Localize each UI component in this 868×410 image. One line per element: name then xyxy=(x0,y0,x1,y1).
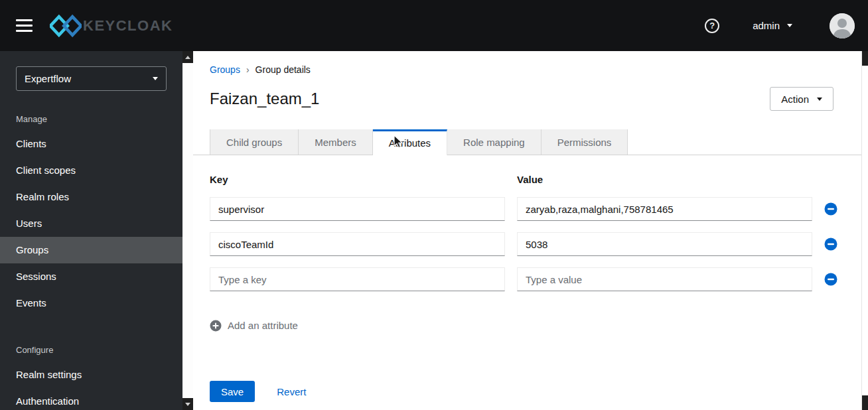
tab-bar: Child groups Members Attributes Role map… xyxy=(193,129,861,155)
nav-section-manage: Manage xyxy=(16,114,182,124)
realm-selector[interactable]: Expertflow xyxy=(16,66,167,91)
nav-list-manage: Clients Client scopes Realm roles Users … xyxy=(0,131,182,316)
attributes-panel: Key Value xyxy=(193,155,861,402)
main-content: Groups › Group details Faizan_team_1 Act… xyxy=(193,51,861,410)
avatar[interactable] xyxy=(830,13,855,38)
key-column-header: Key xyxy=(210,174,505,185)
sidebar-item-client-scopes[interactable]: Client scopes xyxy=(0,157,182,184)
chevron-down-icon xyxy=(153,77,158,80)
add-attribute-button[interactable]: Add an attribute xyxy=(210,319,861,332)
sidebar-item-realm-roles[interactable]: Realm roles xyxy=(0,184,182,210)
sidebar-item-users[interactable]: Users xyxy=(0,210,182,237)
form-actions: Save Revert xyxy=(210,381,861,402)
chevron-down-icon xyxy=(787,24,792,27)
revert-button[interactable]: Revert xyxy=(277,386,306,397)
breadcrumb-separator-icon: › xyxy=(246,64,250,75)
triangle-down-icon xyxy=(185,403,190,406)
user-avatar-icon xyxy=(830,13,855,38)
attribute-value-input[interactable] xyxy=(517,232,812,256)
header-actions: ? admin xyxy=(705,13,855,38)
sidebar-scrollbar[interactable] xyxy=(182,51,193,410)
sidebar-item-sessions[interactable]: Sessions xyxy=(0,263,182,290)
page-scrollbar[interactable] xyxy=(861,51,868,410)
add-attribute-label: Add an attribute xyxy=(228,319,298,332)
attribute-value-input[interactable] xyxy=(517,197,812,221)
nav-section-configure: Configure xyxy=(16,345,182,355)
remove-attribute-button[interactable] xyxy=(824,238,837,251)
attribute-key-input[interactable] xyxy=(210,267,505,291)
page-title: Faizan_team_1 xyxy=(210,90,319,108)
hamburger-menu-icon[interactable] xyxy=(16,19,33,32)
scroll-down-button[interactable] xyxy=(182,398,193,410)
action-label: Action xyxy=(781,94,809,105)
breadcrumb: Groups › Group details xyxy=(210,64,861,75)
breadcrumb-groups-link[interactable]: Groups xyxy=(210,64,240,75)
value-column-header: Value xyxy=(517,174,812,185)
chevron-down-icon xyxy=(817,98,822,101)
breadcrumb-current: Group details xyxy=(255,64,311,75)
scroll-up-button[interactable] xyxy=(182,51,193,63)
sidebar-item-authentication[interactable]: Authentication xyxy=(0,388,182,410)
brand-text: KEYCLOAK xyxy=(83,17,173,34)
keycloak-logo-icon xyxy=(50,14,82,38)
scroll-up-button[interactable] xyxy=(862,51,868,66)
save-button[interactable]: Save xyxy=(210,381,255,402)
sidebar-item-events[interactable]: Events xyxy=(0,290,182,316)
attribute-key-input[interactable] xyxy=(210,197,505,221)
minus-circle-icon xyxy=(824,238,837,251)
username: admin xyxy=(753,20,780,31)
attribute-row-new xyxy=(210,267,861,291)
remove-attribute-button[interactable] xyxy=(824,202,837,216)
action-dropdown[interactable]: Action xyxy=(770,87,833,111)
attribute-value-input[interactable] xyxy=(517,267,812,291)
sidebar-item-groups[interactable]: Groups xyxy=(0,237,182,263)
attribute-key-input[interactable] xyxy=(210,232,505,256)
minus-circle-icon xyxy=(824,273,837,286)
nav-list-configure: Realm settings Authentication xyxy=(0,362,182,410)
keycloak-logo[interactable]: KEYCLOAK xyxy=(50,14,173,38)
plus-circle-icon xyxy=(210,320,222,332)
tab-role-mapping[interactable]: Role mapping xyxy=(447,129,542,155)
scroll-down-button[interactable] xyxy=(862,395,868,410)
title-row: Faizan_team_1 Action xyxy=(210,87,833,111)
triangle-up-icon xyxy=(185,56,190,59)
minus-circle-icon xyxy=(824,202,837,216)
attribute-row xyxy=(210,197,861,221)
help-icon[interactable]: ? xyxy=(705,19,719,33)
help-glyph: ? xyxy=(709,21,715,31)
tab-members[interactable]: Members xyxy=(299,129,373,155)
attribute-row xyxy=(210,232,861,256)
tab-attributes[interactable]: Attributes xyxy=(373,129,447,155)
tab-permissions[interactable]: Permissions xyxy=(542,129,628,155)
remove-attribute-button[interactable] xyxy=(824,273,837,286)
attributes-table-header: Key Value xyxy=(210,174,861,185)
realm-selector-label: Expertflow xyxy=(25,73,71,84)
sidebar-item-clients[interactable]: Clients xyxy=(0,131,182,157)
sidebar-item-realm-settings[interactable]: Realm settings xyxy=(0,362,182,388)
tab-child-groups[interactable]: Child groups xyxy=(210,129,299,155)
top-bar: KEYCLOAK ? admin xyxy=(0,0,868,51)
user-menu[interactable]: admin xyxy=(753,20,792,31)
sidebar: Expertflow Manage Clients Client scopes … xyxy=(0,51,182,410)
